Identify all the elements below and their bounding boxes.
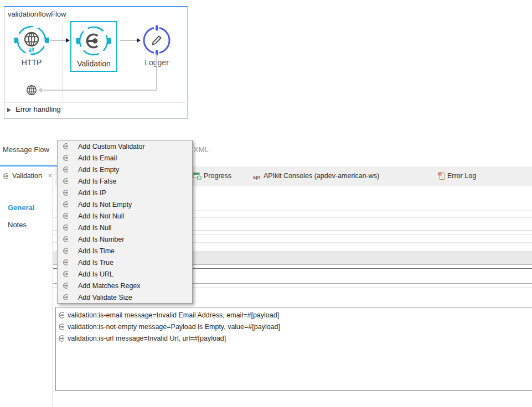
menu-item-add-is-ip[interactable]: Add Is IP [58,187,192,199]
tab-xml[interactable]: XML [194,145,209,154]
validation-icon [63,178,70,185]
menu-item-add-is-url[interactable]: Add Is URL [58,268,192,280]
validation-icon [63,224,70,231]
validation-icon [63,201,70,208]
view-tab-progress[interactable]: Progress [204,172,231,180]
sidebar-item-notes[interactable]: Notes [8,221,27,229]
flow-divider [5,102,185,103]
menu-item-add-is-false[interactable]: Add Is False [58,175,192,187]
validation-icon [63,143,70,150]
menu-item-add-is-true[interactable]: Add Is True [58,257,192,268]
sidebar-item-general[interactable]: General [8,204,34,212]
validation-icon [63,212,70,220]
validation-icon [63,166,70,173]
api-icon: api [253,174,260,180]
flow-node-http[interactable]: ⇄ HTTP [14,23,49,71]
active-view-tab-accent [0,165,61,166]
validation-icon [63,189,70,196]
validation-list-item[interactable]: validation:is-not-empty message=Payload … [56,321,532,332]
validation-icon [63,259,70,266]
validations-listbox[interactable]: validation:is-email message=Invalid Emai… [55,307,532,391]
validation-node-label: Validation [71,59,116,68]
error-log-icon [437,171,446,180]
validation-icon [63,270,70,278]
anypoint-studio-screen: validationflowFlow ⇄ HTTP Validation [0,0,532,407]
validation-icon [63,154,70,161]
view-tab-error-log[interactable]: Error Log [447,172,476,180]
validation-icon [63,294,70,301]
menu-item-add-matches-regex[interactable]: Add Matches Regex [58,280,192,291]
view-tab-validation[interactable]: Validation [12,172,42,180]
menu-item-add-is-not-null[interactable]: Add Is Not Null [58,210,192,222]
flow-title: validationflowFlow [8,10,66,18]
connector-http-validation [50,40,66,40]
validation-icon [58,323,66,331]
validation-list-item[interactable]: validation:is-email message=Invalid Emai… [56,309,532,321]
menu-item-add-is-empty[interactable]: Add Is Empty [58,164,192,175]
validation-list-item[interactable]: validation:is-url message=Invalid Url, u… [56,332,532,344]
menu-item-add-validate-size[interactable]: Add Validate Size [58,291,192,303]
menu-item-add-is-not-empty[interactable]: Add Is Not Empty [58,199,192,210]
response-globe-icon [25,84,38,96]
validation-icon [58,335,66,342]
http-node-label: HTTP [14,58,49,67]
logger-pencil-icon [139,23,174,58]
connector-validation-logger [120,40,137,40]
http-exchange-icon: ⇄ [27,47,36,53]
validation-node-icon [76,23,111,59]
menu-item-add-is-number[interactable]: Add Is Number [58,233,192,245]
validation-icon [63,282,70,289]
connector-arrowhead [66,38,70,43]
menu-item-add-is-time[interactable]: Add Is Time [58,245,192,257]
add-validator-context-menu: Add Custom Validator Add Is Email Add Is… [57,140,193,304]
return-connector-vertical [156,54,157,90]
drop-indicator-line [63,25,63,106]
error-handling-expand-icon[interactable] [7,108,11,112]
flow-node-validation[interactable]: Validation [76,23,111,72]
progress-icon [193,171,202,180]
validation-icon [63,236,70,243]
error-handling-label[interactable]: Error handling [16,105,61,113]
menu-item-add-custom-validator[interactable]: Add Custom Validator [58,140,192,152]
view-tab-apikit-consoles[interactable]: APIkit Consoles (apdev-american-ws) [264,172,379,180]
validation-tab-icon [3,173,10,180]
close-icon[interactable]: × [48,172,52,180]
validation-icon [63,247,70,254]
return-connector-horizontal [42,90,157,91]
menu-item-add-is-null[interactable]: Add Is Null [58,222,192,233]
flow-node-validation-selected[interactable]: Validation [70,21,117,72]
validation-icon [58,311,66,319]
tab-message-flow[interactable]: Message Flow [3,145,49,154]
return-arrowhead [38,87,42,93]
menu-item-add-is-email[interactable]: Add Is Email [58,152,192,164]
